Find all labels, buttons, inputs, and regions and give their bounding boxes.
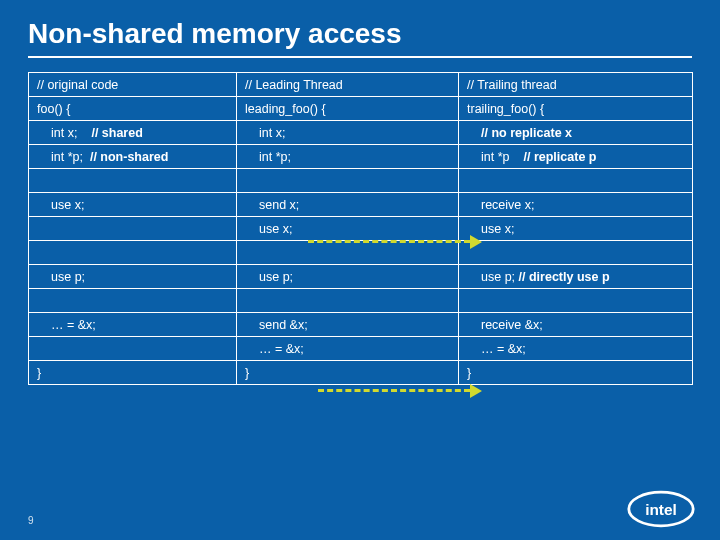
table-row: foo() { leading_foo() { trailing_foo() { xyxy=(29,97,693,121)
cell: send &x; xyxy=(237,313,459,337)
table-row xyxy=(29,169,693,193)
cell: use x; xyxy=(29,193,237,217)
cell: int *p; // non-shared xyxy=(29,145,237,169)
cell: int *p; xyxy=(237,145,459,169)
col3-header: // Trailing thread xyxy=(459,73,693,97)
cell xyxy=(459,289,693,313)
table-row: use x; send x; receive x; xyxy=(29,193,693,217)
cell: use p; xyxy=(237,265,459,289)
cell: receive &x; xyxy=(459,313,693,337)
cell xyxy=(237,169,459,193)
table-row: … = &x; send &x; receive &x; xyxy=(29,313,693,337)
table-row: use p; use p; use p; // directly use p xyxy=(29,265,693,289)
cell: use x; xyxy=(459,217,693,241)
title-divider xyxy=(28,56,692,58)
cell xyxy=(459,241,693,265)
cell: receive x; xyxy=(459,193,693,217)
svg-text:intel: intel xyxy=(645,501,677,518)
cell xyxy=(29,217,237,241)
cell: } xyxy=(459,361,693,385)
cell: … = &x; xyxy=(459,337,693,361)
table-row: int x;// shared int x; // no replicate x xyxy=(29,121,693,145)
cell xyxy=(29,289,237,313)
cell: … = &x; xyxy=(29,313,237,337)
cell: // no replicate x xyxy=(459,121,693,145)
cell xyxy=(237,289,459,313)
cell xyxy=(29,241,237,265)
cell xyxy=(29,337,237,361)
cell: use x; xyxy=(237,217,459,241)
cell: use p; xyxy=(29,265,237,289)
col1-header: // original code xyxy=(29,73,237,97)
table-row: use x; use x; xyxy=(29,217,693,241)
cell: … = &x; xyxy=(237,337,459,361)
cell: int *p// replicate p xyxy=(459,145,693,169)
code-table: // original code // Leading Thread // Tr… xyxy=(28,72,693,385)
table-row xyxy=(29,241,693,265)
cell xyxy=(237,241,459,265)
cell xyxy=(459,169,693,193)
cell: leading_foo() { xyxy=(237,97,459,121)
table-row: // original code // Leading Thread // Tr… xyxy=(29,73,693,97)
col2-header: // Leading Thread xyxy=(237,73,459,97)
cell: int x; xyxy=(237,121,459,145)
cell: foo() { xyxy=(29,97,237,121)
cell: send x; xyxy=(237,193,459,217)
cell: trailing_foo() { xyxy=(459,97,693,121)
cell: } xyxy=(29,361,237,385)
intel-logo: intel xyxy=(626,488,696,530)
table-row: … = &x; … = &x; xyxy=(29,337,693,361)
cell xyxy=(29,169,237,193)
table-row: } } } xyxy=(29,361,693,385)
page-title: Non-shared memory access xyxy=(28,18,692,50)
cell: } xyxy=(237,361,459,385)
table-row xyxy=(29,289,693,313)
table-row: int *p; // non-shared int *p; int *p// r… xyxy=(29,145,693,169)
cell: use p; // directly use p xyxy=(459,265,693,289)
page-number: 9 xyxy=(28,515,34,526)
cell: int x;// shared xyxy=(29,121,237,145)
